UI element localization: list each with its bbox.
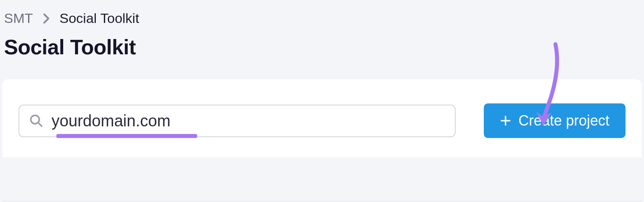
svg-line-1 (38, 123, 41, 126)
breadcrumb: SMT Social Toolkit (0, 0, 644, 30)
main-card: Create project (2, 79, 642, 157)
search-field-wrapper[interactable] (19, 105, 456, 137)
breadcrumb-current: Social Toolkit (60, 10, 139, 26)
search-icon (29, 113, 43, 128)
breadcrumb-root[interactable]: SMT (4, 10, 33, 26)
chevron-right-icon (43, 13, 50, 24)
create-project-label: Create project (518, 112, 609, 129)
create-project-button[interactable]: Create project (484, 103, 625, 138)
plus-icon (500, 115, 511, 126)
domain-input[interactable] (52, 112, 445, 130)
page-title: Social Toolkit (0, 30, 644, 71)
underline-annotation (56, 134, 197, 138)
